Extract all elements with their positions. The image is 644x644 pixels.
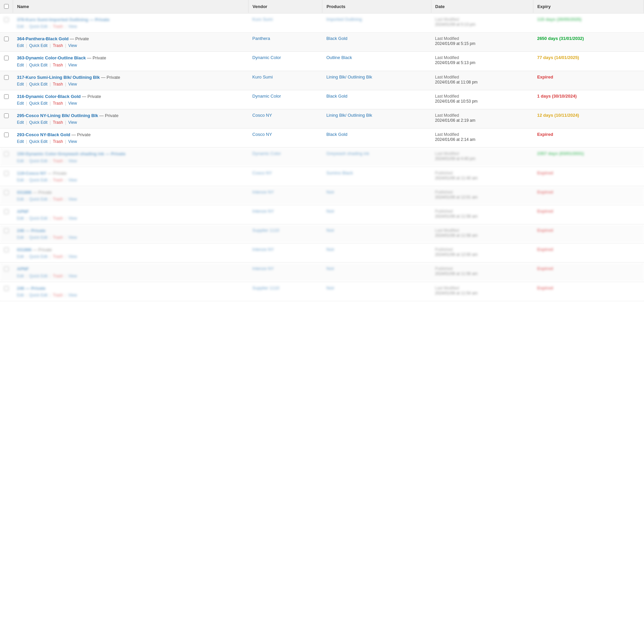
product-link[interactable]: Black Gold [326, 36, 347, 41]
product-link[interactable]: Lining Blk/ Outlining Blk [326, 74, 372, 79]
product-link[interactable]: Black Gold [326, 132, 347, 137]
product-link[interactable]: Noir [326, 228, 334, 233]
vendor-link[interactable]: Cosco NY [252, 170, 272, 175]
action-trash[interactable]: Trash [53, 120, 63, 125]
action-view[interactable]: View [68, 178, 77, 182]
action-view[interactable]: View [68, 274, 77, 278]
action-trash[interactable]: Trash [53, 293, 63, 298]
post-title-link[interactable]: APNF [17, 266, 245, 272]
action-view[interactable]: View [68, 235, 77, 240]
vendor-link[interactable]: Supplier 1110 [252, 228, 279, 233]
action-quick-edit[interactable]: Quick Edit [29, 197, 48, 202]
vendor-link[interactable]: Dynamic Color [252, 94, 281, 99]
vendor-link[interactable]: Supplier 1110 [252, 285, 279, 290]
vendor-link[interactable]: Cosco NY [252, 132, 272, 137]
action-trash[interactable]: Trash [53, 139, 63, 144]
action-quick-edit[interactable]: Quick Edit [29, 178, 48, 182]
action-edit[interactable]: Edit [17, 43, 24, 48]
action-edit[interactable]: Edit [17, 82, 24, 87]
vendor-link[interactable]: Intenze NY [252, 190, 274, 195]
row-checkbox[interactable] [4, 113, 9, 118]
row-checkbox[interactable] [4, 190, 9, 195]
product-link[interactable]: Outline Black [326, 55, 352, 60]
vendor-link[interactable]: Cosco NY [252, 113, 272, 118]
row-checkbox[interactable] [4, 56, 9, 60]
action-view[interactable]: View [68, 139, 77, 144]
action-edit[interactable]: Edit [17, 197, 24, 202]
action-quick-edit[interactable]: Quick Edit [29, 24, 48, 29]
row-checkbox[interactable] [4, 228, 9, 233]
product-link[interactable]: Noir [326, 190, 334, 195]
action-trash[interactable]: Trash [53, 235, 63, 240]
product-link[interactable]: Black Gold [326, 94, 347, 99]
action-quick-edit[interactable]: Quick Edit [29, 216, 48, 221]
row-checkbox[interactable] [4, 17, 9, 22]
product-link[interactable]: Noir [326, 247, 334, 252]
action-edit[interactable]: Edit [17, 101, 24, 106]
post-title-link[interactable]: 031886 — Private [17, 247, 245, 253]
action-quick-edit[interactable]: Quick Edit [29, 43, 48, 48]
action-edit[interactable]: Edit [17, 216, 24, 221]
post-title-link[interactable]: 246 — Private [17, 285, 245, 291]
action-view[interactable]: View [68, 197, 77, 202]
post-title-link[interactable]: 316-Dynamic Color-Black Gold — Private [17, 94, 245, 100]
row-checkbox[interactable] [4, 75, 9, 80]
post-title-link[interactable]: 150-Dynamic Color-Greywash shading ink —… [17, 151, 245, 157]
post-title-link[interactable]: 246 — Private [17, 228, 245, 234]
row-checkbox[interactable] [4, 209, 9, 214]
row-checkbox[interactable] [4, 37, 9, 41]
action-edit[interactable]: Edit [17, 24, 24, 29]
action-quick-edit[interactable]: Quick Edit [29, 274, 48, 278]
vendor-link[interactable]: Dynamic Color [252, 55, 281, 60]
action-edit[interactable]: Edit [17, 159, 24, 163]
action-trash[interactable]: Trash [53, 274, 63, 278]
post-title-link[interactable]: 293-Cosco NY-Black Gold — Private [17, 132, 245, 138]
action-trash[interactable]: Trash [53, 197, 63, 202]
product-link[interactable]: Noir [326, 209, 334, 214]
action-trash[interactable]: Trash [53, 43, 63, 48]
action-trash[interactable]: Trash [53, 82, 63, 87]
action-trash[interactable]: Trash [53, 254, 63, 259]
action-trash[interactable]: Trash [53, 159, 63, 163]
action-quick-edit[interactable]: Quick Edit [29, 63, 48, 67]
action-trash[interactable]: Trash [53, 63, 63, 67]
action-trash[interactable]: Trash [53, 101, 63, 106]
action-view[interactable]: View [68, 159, 77, 163]
row-checkbox[interactable] [4, 267, 9, 271]
vendor-link[interactable]: Intenze NY [252, 209, 274, 214]
product-link[interactable]: Sumino Black [326, 170, 353, 175]
select-all-checkbox[interactable] [4, 4, 9, 9]
row-checkbox[interactable] [4, 152, 9, 156]
post-title-link[interactable]: APNF [17, 209, 245, 215]
post-title-link[interactable]: 295-Cosco NY-Lining Blk/ Outlining Blk —… [17, 113, 245, 119]
action-quick-edit[interactable]: Quick Edit [29, 235, 48, 240]
action-edit[interactable]: Edit [17, 178, 24, 182]
row-checkbox[interactable] [4, 248, 9, 252]
action-view[interactable]: View [68, 43, 77, 48]
row-checkbox[interactable] [4, 286, 9, 291]
product-link[interactable]: Greywash shading ink [326, 151, 369, 156]
vendor-link[interactable]: Intenze NY [252, 247, 274, 252]
action-view[interactable]: View [68, 254, 77, 259]
vendor-link[interactable]: Dynamic Color [252, 151, 281, 156]
action-quick-edit[interactable]: Quick Edit [29, 159, 48, 163]
action-edit[interactable]: Edit [17, 139, 24, 144]
action-edit[interactable]: Edit [17, 235, 24, 240]
row-checkbox[interactable] [4, 132, 9, 137]
action-edit[interactable]: Edit [17, 63, 24, 67]
product-link[interactable]: Noir [326, 285, 334, 290]
product-link[interactable]: Imported Outlining [326, 17, 362, 22]
post-title-link[interactable]: 363-Dynamic Color-Outline Black — Privat… [17, 55, 245, 61]
action-view[interactable]: View [68, 293, 77, 298]
action-edit[interactable]: Edit [17, 254, 24, 259]
post-title-link[interactable]: 364-Panthera-Black Gold — Private [17, 36, 245, 42]
action-quick-edit[interactable]: Quick Edit [29, 254, 48, 259]
action-edit[interactable]: Edit [17, 120, 24, 125]
post-title-link[interactable]: 317-Kuro Sumi-Lining Blk/ Outlining Blk … [17, 74, 245, 80]
action-view[interactable]: View [68, 101, 77, 106]
action-view[interactable]: View [68, 82, 77, 87]
post-title-link[interactable]: 031886 — Private [17, 190, 245, 196]
post-title-link[interactable]: 376-Kuro Sumi-Imported Outlining — Priva… [17, 17, 245, 23]
post-title-link[interactable]: 119-Cosco NY — Private [17, 170, 245, 176]
vendor-link[interactable]: Kuro Sumi [252, 74, 273, 79]
